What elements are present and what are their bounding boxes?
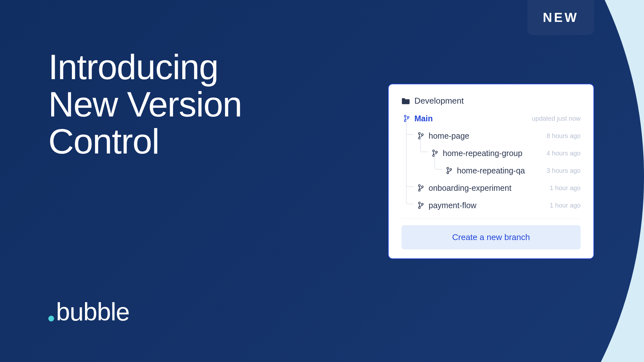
branch-name: home-page xyxy=(429,131,469,141)
branch-name: onboarding-experiment xyxy=(429,183,511,193)
branch-time: 3 hours ago xyxy=(546,167,581,174)
branch-row[interactable]: payment-flow 1 hour ago xyxy=(403,197,581,214)
branch-icon xyxy=(446,167,452,174)
hero-headline-block: Introducing New Version Control xyxy=(48,48,242,160)
branch-time: 4 hours ago xyxy=(546,150,581,157)
new-badge-label: NEW xyxy=(543,10,579,24)
svg-point-17 xyxy=(421,203,423,205)
branch-name: Main xyxy=(414,114,433,123)
svg-point-5 xyxy=(421,134,423,136)
branch-row[interactable]: home-page 8 hours ago xyxy=(403,127,581,144)
svg-point-15 xyxy=(419,202,421,204)
brand-logo: bubble xyxy=(48,297,129,327)
new-badge: NEW xyxy=(527,0,594,35)
branch-time: 1 hour ago xyxy=(550,202,581,209)
svg-point-8 xyxy=(436,151,438,153)
branch-row[interactable]: onboarding-experiment 1 hour ago xyxy=(403,179,581,197)
headline-line-1: Introducing xyxy=(48,48,242,86)
panel-divider xyxy=(402,218,581,219)
headline-line-2: New Version xyxy=(48,86,242,123)
svg-point-0 xyxy=(404,115,406,117)
branch-icon xyxy=(418,184,424,191)
branch-time: updated just now xyxy=(532,115,581,122)
branch-name: home-repeating-group xyxy=(443,149,522,158)
branch-row[interactable]: home-repeating-group 4 hours ago xyxy=(403,144,581,162)
svg-point-2 xyxy=(407,116,409,118)
version-control-panel: Development Main updated just now home-p… xyxy=(388,84,594,259)
svg-point-3 xyxy=(419,133,421,135)
create-branch-label: Create a new branch xyxy=(452,232,530,242)
branch-name: payment-flow xyxy=(429,201,477,210)
folder-icon xyxy=(402,97,410,105)
svg-point-13 xyxy=(419,190,421,191)
svg-point-14 xyxy=(421,186,423,188)
branch-row[interactable]: home-repeating-qa 3 hours ago xyxy=(403,162,581,179)
brand-dot-icon xyxy=(48,316,54,321)
svg-point-9 xyxy=(447,167,449,169)
branch-row-main[interactable]: Main updated just now xyxy=(403,110,581,127)
svg-point-11 xyxy=(450,169,452,171)
branch-time: 1 hour ago xyxy=(550,184,581,192)
branch-time: 8 hours ago xyxy=(546,132,581,140)
svg-point-12 xyxy=(419,185,421,187)
svg-point-6 xyxy=(433,150,435,152)
svg-point-16 xyxy=(419,207,421,209)
create-branch-button[interactable]: Create a new branch xyxy=(402,225,581,249)
branch-name: home-repeating-qa xyxy=(457,166,525,175)
svg-point-10 xyxy=(447,172,449,174)
headline-line-3: Control xyxy=(48,123,242,160)
panel-section-title: Development xyxy=(414,96,464,106)
branch-icon xyxy=(418,202,424,209)
brand-wordmark: bubble xyxy=(56,297,129,327)
panel-header: Development xyxy=(389,96,593,108)
branch-tree: Main updated just now home-page 8 hours … xyxy=(389,108,593,214)
